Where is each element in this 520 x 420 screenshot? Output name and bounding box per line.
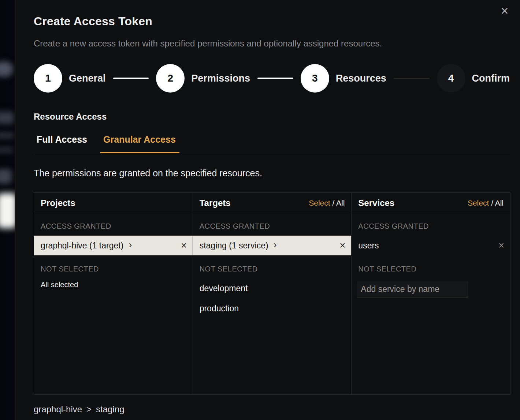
add-service-input[interactable] xyxy=(357,281,468,297)
remove-service-icon[interactable]: × xyxy=(498,240,504,251)
step-label: General xyxy=(69,73,106,84)
target-option-production[interactable]: production xyxy=(193,299,352,319)
remove-target-icon[interactable]: × xyxy=(340,240,346,251)
targets-select-link[interactable]: Select xyxy=(309,199,330,207)
access-granted-label: ACCESS GRANTED xyxy=(352,213,510,236)
access-mode-tabs: Full Access Granular Access xyxy=(34,134,510,153)
granted-service-label: users xyxy=(358,241,379,251)
chevron-right-icon: › xyxy=(274,240,277,250)
targets-column: Targets Select / All ACCESS GRANTED stag… xyxy=(193,193,352,394)
backdrop-blur-shape xyxy=(0,193,15,228)
dialog-title: Create Access Token xyxy=(34,15,510,28)
step-circle: 1 xyxy=(34,64,62,93)
step-label: Confirm xyxy=(472,73,510,84)
step-number: 3 xyxy=(312,72,318,84)
projects-empty-note: All selected xyxy=(34,278,193,291)
backdrop-blur-shape xyxy=(0,112,14,124)
step-label: Resources xyxy=(336,73,386,84)
services-column-header: Services Select / All xyxy=(352,193,510,213)
tab-granular-access[interactable]: Granular Access xyxy=(100,134,179,153)
services-column: Services Select / All ACCESS GRANTED use… xyxy=(352,193,510,394)
granted-target-row[interactable]: staging (1 service) › × xyxy=(193,236,352,255)
step-number: 1 xyxy=(45,72,51,84)
dialog-subtitle: Create a new access token with specified… xyxy=(34,38,510,49)
step-circle: 2 xyxy=(156,64,185,93)
close-icon[interactable]: × xyxy=(497,3,513,19)
step-connector xyxy=(257,78,293,79)
select-all-separator: / xyxy=(332,199,334,207)
not-selected-label: NOT SELECTED xyxy=(352,255,510,278)
resource-picker-table: Projects ACCESS GRANTED graphql-hive (1 … xyxy=(34,192,510,395)
select-all-separator: / xyxy=(491,199,493,207)
projects-header-label: Projects xyxy=(41,198,75,208)
granular-access-description: The permissions are granted on the speci… xyxy=(34,168,510,179)
wizard-stepper: 1 General 2 Permissions 3 Resources 4 Co… xyxy=(34,64,510,93)
granted-project-label: graphql-hive (1 target) xyxy=(41,241,123,251)
step-connector xyxy=(113,78,149,79)
chevron-right-icon: › xyxy=(129,240,132,250)
step-label: Permissions xyxy=(191,73,250,84)
step-general[interactable]: 1 General xyxy=(34,64,106,93)
services-header-label: Services xyxy=(358,198,394,208)
step-number: 2 xyxy=(168,72,174,84)
breadcrumb-separator: > xyxy=(86,404,92,415)
remove-project-icon[interactable]: × xyxy=(181,240,187,251)
resource-access-heading: Resource Access xyxy=(34,112,510,122)
backdrop-blur-shape xyxy=(0,147,13,153)
page-backdrop xyxy=(0,0,15,420)
tab-full-access[interactable]: Full Access xyxy=(34,134,91,153)
projects-column: Projects ACCESS GRANTED graphql-hive (1 … xyxy=(34,193,193,394)
targets-all-link[interactable]: All xyxy=(336,199,345,207)
granted-service-row[interactable]: users × xyxy=(352,236,510,255)
projects-column-header: Projects xyxy=(34,193,193,213)
step-circle: 3 xyxy=(301,64,329,93)
granted-project-row[interactable]: graphql-hive (1 target) › × xyxy=(34,236,193,255)
backdrop-blur-shape xyxy=(0,132,14,138)
step-resources[interactable]: 3 Resources xyxy=(301,64,386,93)
access-granted-label: ACCESS GRANTED xyxy=(193,213,352,236)
create-access-token-dialog: × Create Access Token Create a new acces… xyxy=(15,0,520,420)
backdrop-blur-shape xyxy=(0,61,13,77)
services-all-link[interactable]: All xyxy=(495,199,504,207)
target-option-development[interactable]: development xyxy=(193,278,352,299)
breadcrumb: graphql-hive > staging xyxy=(34,404,510,415)
targets-column-header: Targets Select / All xyxy=(193,193,352,213)
granted-target-label: staging (1 service) xyxy=(200,241,268,251)
step-permissions[interactable]: 2 Permissions xyxy=(156,64,250,93)
step-confirm: 4 Confirm xyxy=(437,64,510,93)
breadcrumb-target[interactable]: staging xyxy=(96,404,124,415)
step-circle: 4 xyxy=(437,64,465,93)
targets-header-label: Targets xyxy=(200,198,231,208)
backdrop-blur-shape xyxy=(0,169,12,184)
step-connector xyxy=(394,78,430,79)
breadcrumb-project[interactable]: graphql-hive xyxy=(34,404,82,415)
access-granted-label: ACCESS GRANTED xyxy=(34,213,193,236)
services-select-all[interactable]: Select / All xyxy=(468,199,504,207)
not-selected-label: NOT SELECTED xyxy=(193,255,352,278)
targets-select-all[interactable]: Select / All xyxy=(309,199,345,207)
step-number: 4 xyxy=(448,72,454,84)
services-select-link[interactable]: Select xyxy=(468,199,489,207)
not-selected-label: NOT SELECTED xyxy=(34,255,193,278)
